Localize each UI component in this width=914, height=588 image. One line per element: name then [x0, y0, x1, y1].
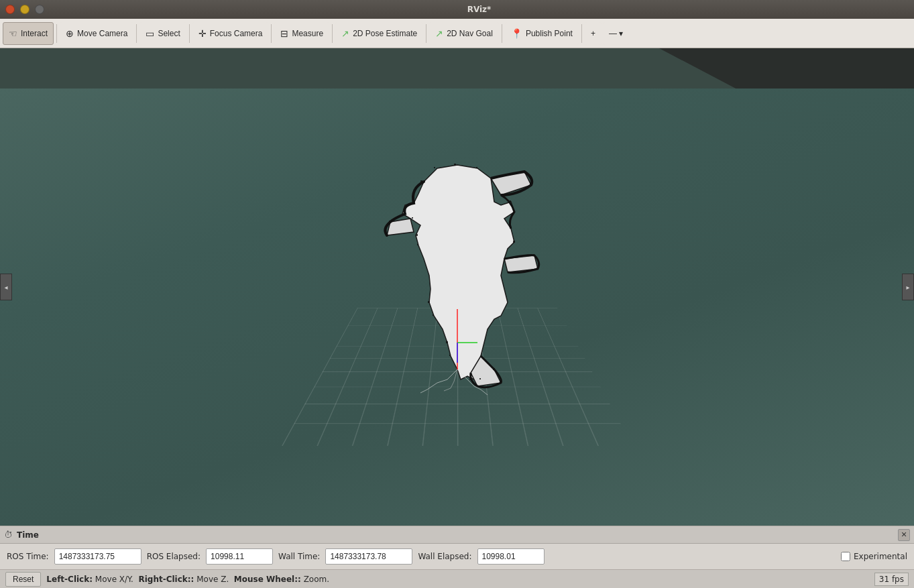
svg-rect-10 [521, 171, 522, 172]
nav-goal-button[interactable]: ↗ 2D Nav Goal [429, 22, 499, 45]
svg-rect-28 [500, 381, 501, 383]
fps-display: 31 fps [874, 573, 909, 586]
3d-viewport[interactable] [0, 48, 914, 526]
svg-rect-11 [530, 183, 532, 185]
svg-rect-19 [416, 234, 418, 236]
svg-rect-20 [417, 244, 418, 245]
toolbar-separator-5 [332, 24, 333, 43]
experimental-area: Experimental [841, 552, 907, 561]
measure-button[interactable]: ⊟ Measure [274, 22, 329, 45]
wall-time-label: Wall Time: [278, 552, 320, 561]
toolbar-separator-8 [581, 24, 582, 43]
add-tool-button[interactable]: + [585, 22, 602, 45]
time-panel-title: Time [17, 530, 39, 540]
wall-time-input[interactable] [325, 548, 412, 565]
close-button[interactable] [5, 5, 15, 14]
svg-rect-9 [492, 177, 494, 179]
svg-rect-27 [493, 368, 495, 370]
svg-rect-15 [536, 268, 538, 270]
experimental-checkbox[interactable] [841, 552, 850, 561]
titlebar: RViz* [0, 0, 914, 19]
svg-rect-8 [476, 167, 477, 168]
toolbar-dropdown-button[interactable]: — ▾ [603, 22, 629, 45]
viewport-container: ◂ [0, 48, 914, 526]
left-arrow-icon: ◂ [4, 284, 7, 291]
time-panel-close[interactable]: ✕ [898, 529, 910, 541]
reset-button[interactable]: Reset [5, 572, 41, 587]
left-panel-toggle[interactable]: ◂ [0, 274, 12, 300]
focus-camera-button[interactable]: ✛ Focus Camera [192, 22, 269, 45]
pose-icon: ↗ [341, 29, 349, 38]
svg-rect-18 [386, 234, 387, 235]
select-button[interactable]: ▭ Select [139, 22, 186, 45]
toolbar: ☜ Interact ⊕ Move Camera ▭ Select ✛ Focu… [0, 19, 914, 48]
right-arrow-icon: ▸ [906, 284, 909, 291]
toolbar-separator-7 [502, 24, 502, 43]
wall-elapsed-input[interactable] [477, 548, 545, 565]
minimize-button[interactable] [20, 5, 30, 14]
svg-rect-25 [469, 378, 471, 380]
svg-rect-16 [412, 217, 413, 219]
toolbar-separator-4 [271, 24, 272, 43]
svg-rect-12 [510, 200, 511, 202]
select-icon: ▭ [146, 29, 154, 38]
clock-icon: ⏱ [4, 530, 13, 540]
svg-rect-21 [428, 301, 430, 303]
toolbar-separator-2 [136, 24, 137, 43]
svg-rect-13 [513, 241, 515, 243]
svg-rect-5 [420, 180, 422, 182]
status-bar: Reset Left-Click: Move X/Y. Right-Click:… [0, 569, 914, 588]
ros-elapsed-input[interactable] [206, 548, 273, 565]
svg-rect-26 [479, 378, 481, 379]
svg-rect-7 [454, 164, 456, 166]
svg-rect-17 [389, 221, 391, 223]
ros-elapsed-label: ROS Elapsed: [147, 552, 201, 561]
svg-rect-24 [449, 355, 451, 356]
svg-rect-6 [434, 167, 435, 168]
measure-icon: ⊟ [280, 29, 288, 38]
focus-camera-icon: ✛ [198, 29, 207, 38]
publish-point-button[interactable]: 📍 Publish Point [505, 22, 579, 45]
time-panel-header: ⏱ Time ✕ [0, 526, 914, 544]
publish-point-icon: 📍 [511, 29, 522, 38]
time-fields: ROS Time: ROS Elapsed: Wall Time: Wall E… [0, 544, 914, 569]
right-panel-toggle[interactable]: ▸ [902, 274, 914, 300]
ros-time-input[interactable] [54, 548, 141, 565]
maximize-button[interactable] [35, 5, 44, 14]
toolbar-separator-6 [426, 24, 426, 43]
svg-rect-22 [433, 314, 434, 316]
ros-time-label: ROS Time: [7, 552, 49, 561]
bottom-panel: ⏱ Time ✕ ROS Time: ROS Elapsed: Wall Tim… [0, 526, 914, 588]
experimental-label: Experimental [854, 552, 907, 561]
scene-map [370, 141, 545, 396]
pose-estimate-button[interactable]: ↗ 2D Pose Estimate [335, 22, 423, 45]
toolbar-separator-3 [189, 24, 190, 43]
window-title: RViz* [50, 5, 909, 14]
svg-marker-0 [402, 165, 514, 379]
svg-rect-23 [446, 341, 448, 343]
interact-button[interactable]: ☜ Interact [3, 22, 54, 45]
move-camera-button[interactable]: ⊕ Move Camera [60, 22, 133, 45]
wall-elapsed-label: Wall Elapsed: [418, 552, 471, 561]
nav-goal-icon: ↗ [435, 29, 443, 38]
svg-rect-14 [533, 254, 534, 255]
interact-icon: ☜ [9, 29, 17, 38]
scene-floor [0, 89, 914, 526]
toolbar-separator [56, 24, 57, 43]
move-camera-icon: ⊕ [66, 29, 74, 38]
status-text: Left-Click: Move X/Y. Right-Click:: Move… [46, 575, 329, 584]
dropdown-icon: — ▾ [609, 29, 623, 38]
